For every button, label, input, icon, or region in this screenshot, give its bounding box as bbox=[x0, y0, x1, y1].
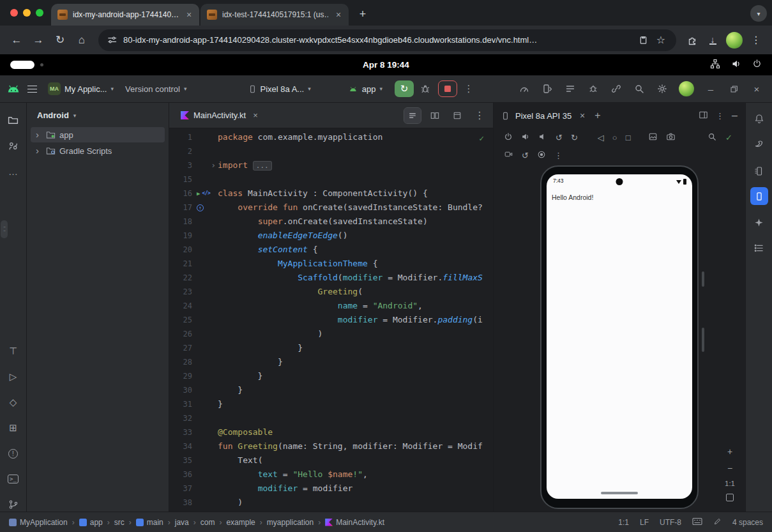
new-tab-button[interactable]: + bbox=[354, 5, 372, 23]
zoom-fit-icon[interactable] bbox=[726, 494, 734, 501]
app-quality-insights-icon[interactable] bbox=[584, 80, 602, 97]
breadcrumb-item[interactable]: MyApplication bbox=[9, 518, 68, 527]
panel-options-kebab-icon[interactable]: ⋮ bbox=[716, 111, 724, 121]
expand-chevron-icon[interactable]: › bbox=[36, 132, 42, 138]
profile-avatar[interactable] bbox=[726, 32, 743, 49]
network-tree-icon[interactable] bbox=[710, 59, 720, 72]
browser-menu-kebab-icon[interactable]: ⋮ bbox=[746, 31, 766, 50]
ide-minimize-button[interactable]: – bbox=[702, 80, 720, 97]
download-icon[interactable]: ↓ bbox=[703, 31, 722, 50]
fold-gutter-icon[interactable]: › bbox=[211, 158, 216, 172]
emulator-screen[interactable]: 7:43 Hello Android! bbox=[547, 174, 692, 499]
device-more-kebab-icon[interactable]: ⋮ bbox=[554, 151, 563, 160]
device-mirror-icon[interactable] bbox=[538, 80, 556, 97]
tab-close-icon[interactable]: × bbox=[333, 10, 344, 20]
tool-window-drag-handle[interactable]: ⁚⁚ bbox=[1, 220, 8, 238]
snapshot-restore-icon[interactable]: ↺ bbox=[522, 151, 529, 160]
caret-position[interactable]: 1:1 bbox=[618, 518, 629, 527]
code-view-icon[interactable] bbox=[404, 108, 421, 123]
gemini-icon[interactable] bbox=[750, 213, 768, 231]
indent-setting[interactable]: 4 spaces bbox=[732, 518, 763, 527]
run-gutter-icon[interactable]: ▶ bbox=[197, 186, 200, 201]
keyboard-icon[interactable] bbox=[692, 517, 702, 528]
camera-icon[interactable] bbox=[666, 132, 676, 143]
ide-close-button[interactable]: × bbox=[748, 80, 766, 97]
commit-tool-icon[interactable] bbox=[4, 137, 22, 155]
screenshot-icon[interactable] bbox=[648, 132, 658, 143]
vcs-widget[interactable]: Version control ▾ bbox=[121, 82, 192, 96]
panel-hide-icon[interactable]: – bbox=[732, 110, 738, 121]
editor-tab-mainactivity[interactable]: MainActivity.kt × bbox=[173, 103, 268, 128]
record-video-icon[interactable] bbox=[504, 150, 513, 160]
site-settings-icon[interactable] bbox=[107, 35, 117, 45]
device-explorer-icon[interactable] bbox=[750, 162, 768, 180]
rotate-right-icon[interactable]: ↻ bbox=[571, 133, 578, 142]
emulator-phone-frame[interactable]: 7:43 Hello Android! bbox=[540, 165, 699, 509]
rotate-left-icon[interactable]: ↺ bbox=[556, 133, 563, 142]
build-tool-icon[interactable]: ⊞ bbox=[4, 419, 22, 437]
volume-up-icon[interactable] bbox=[521, 132, 530, 143]
breadcrumb-item[interactable]: com bbox=[201, 518, 215, 527]
panel-scrollbar-thumb[interactable] bbox=[702, 328, 704, 352]
inspections-ok-icon[interactable]: ✓ bbox=[479, 133, 484, 143]
expand-chevron-icon[interactable]: › bbox=[36, 148, 42, 154]
panel-layout-icon[interactable] bbox=[699, 110, 708, 121]
power-icon[interactable] bbox=[752, 59, 762, 71]
logcat-icon[interactable] bbox=[561, 80, 579, 97]
rerun-button[interactable]: ↻ bbox=[395, 80, 414, 97]
volume-down-icon[interactable] bbox=[538, 132, 547, 143]
notifications-bell-icon[interactable] bbox=[750, 110, 768, 128]
zoom-level-label[interactable]: 1:1 bbox=[725, 480, 735, 487]
settings-gear-icon[interactable] bbox=[653, 80, 671, 97]
more-tool-windows-icon[interactable]: … bbox=[4, 162, 22, 180]
android-back-icon[interactable]: ◁ bbox=[598, 133, 604, 142]
gradle-tool-icon[interactable] bbox=[750, 135, 768, 153]
gradle-sync-icon[interactable] bbox=[607, 80, 625, 97]
device-settings-icon[interactable] bbox=[708, 132, 716, 143]
project-widget[interactable]: MA My Applic... ▾ bbox=[43, 80, 118, 98]
project-view-selector[interactable]: Android ▾ bbox=[27, 103, 169, 126]
stop-button[interactable] bbox=[438, 80, 457, 97]
device-power-icon[interactable] bbox=[504, 132, 513, 143]
todo-tool-icon[interactable]: ⊤ bbox=[4, 342, 22, 360]
run-tool-icon[interactable]: ▷ bbox=[4, 368, 22, 386]
breadcrumb-item[interactable]: src bbox=[114, 518, 125, 527]
breadcrumb-item[interactable]: MainActivity.kt bbox=[325, 518, 384, 527]
fullscreen-window-button[interactable] bbox=[36, 9, 43, 17]
close-window-button[interactable] bbox=[10, 9, 18, 17]
run-more-kebab-icon[interactable]: ⋮ bbox=[460, 80, 478, 97]
zoom-in-icon[interactable]: + bbox=[727, 446, 732, 457]
minimize-window-button[interactable] bbox=[23, 9, 31, 17]
tree-item-app[interactable]: › app bbox=[31, 127, 165, 142]
code-editor[interactable]: 1package com.example.myapplication23›imp… bbox=[169, 128, 493, 512]
android-overview-icon[interactable]: □ bbox=[626, 133, 631, 142]
extensions-icon[interactable] bbox=[683, 31, 702, 50]
gesture-navigation-bar[interactable] bbox=[601, 492, 638, 494]
structure-tool-icon[interactable] bbox=[750, 239, 768, 257]
design-view-icon[interactable] bbox=[449, 108, 465, 123]
bookmark-star-icon[interactable]: ☆ bbox=[655, 31, 667, 50]
address-bar[interactable]: 80-idx-my-android-app-1744140290428.clus… bbox=[98, 29, 676, 51]
line-separator[interactable]: LF bbox=[640, 518, 649, 527]
search-everywhere-icon[interactable] bbox=[630, 80, 648, 97]
git-branch-tool-icon[interactable] bbox=[4, 496, 22, 513]
debug-icon[interactable] bbox=[416, 80, 434, 97]
file-encoding[interactable]: UTF-8 bbox=[660, 518, 681, 527]
device-selector[interactable]: Pixel 8a A... ▾ bbox=[244, 82, 315, 96]
terminal-tool-icon[interactable]: >_ bbox=[4, 470, 22, 488]
add-device-tab-icon[interactable]: + bbox=[594, 110, 600, 121]
problems-tool-icon[interactable]: ! bbox=[4, 445, 22, 462]
editor-tab-close-icon[interactable]: × bbox=[250, 110, 261, 121]
split-view-icon[interactable] bbox=[427, 108, 443, 123]
breadcrumb-item[interactable]: myapplication bbox=[267, 518, 314, 527]
ide-restore-button[interactable] bbox=[725, 80, 743, 97]
breadcrumb-item[interactable]: example bbox=[226, 518, 255, 527]
override-gutter-icon[interactable]: ↑ bbox=[197, 204, 204, 211]
main-menu-hamburger-icon[interactable] bbox=[23, 80, 41, 97]
volume-icon[interactable] bbox=[731, 59, 741, 72]
screen-record-icon[interactable] bbox=[537, 150, 546, 161]
editor-menu-kebab-icon[interactable]: ⋮ bbox=[471, 108, 488, 123]
browser-tab-2[interactable]: idx-test-1744140517915:1 (us… × bbox=[201, 4, 349, 26]
tab-close-icon[interactable]: × bbox=[184, 10, 194, 20]
home-icon[interactable]: ⌂ bbox=[72, 30, 92, 50]
